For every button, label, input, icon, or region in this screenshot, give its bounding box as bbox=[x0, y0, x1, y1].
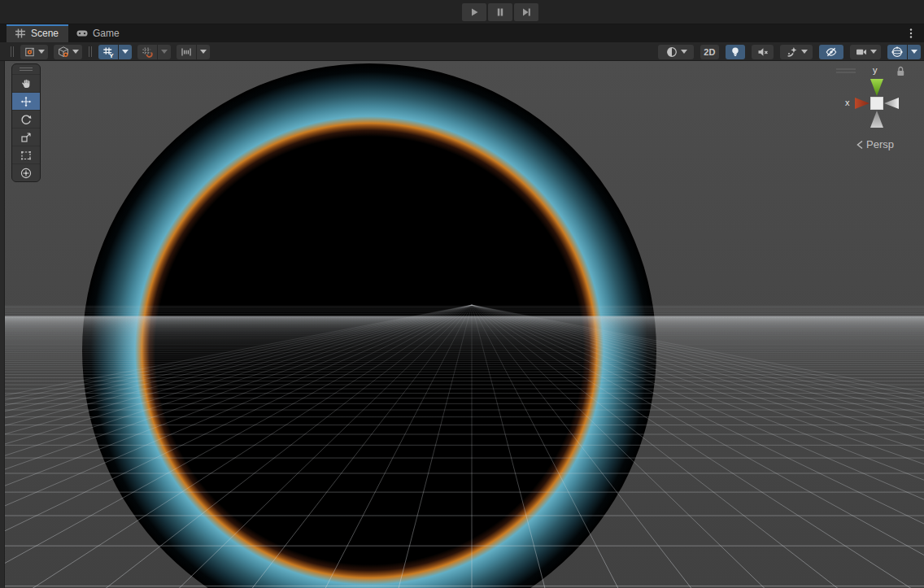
tab-game[interactable]: Game bbox=[68, 24, 129, 42]
chevron-down-icon bbox=[122, 50, 129, 54]
eye-slash-icon bbox=[825, 46, 838, 59]
tab-label: Scene bbox=[31, 28, 59, 39]
projection-toggle[interactable]: Persp bbox=[855, 138, 894, 150]
gizmos-menu-group bbox=[887, 45, 921, 59]
snap-increment[interactable] bbox=[177, 45, 196, 59]
chevron-down-icon bbox=[161, 50, 168, 54]
audio-muted-icon bbox=[756, 46, 769, 59]
tab-label: Game bbox=[93, 28, 120, 39]
svg-text:Y: Y bbox=[109, 51, 114, 58]
tools-overlay bbox=[11, 63, 41, 182]
rotate-icon bbox=[20, 113, 33, 126]
transform-tool[interactable] bbox=[12, 163, 40, 181]
tool-handle-rotation-dropdown[interactable] bbox=[54, 45, 82, 59]
gizmo-center-cube[interactable] bbox=[871, 98, 883, 110]
overlay-drag-handle[interactable] bbox=[12, 64, 40, 74]
unity-editor-window: { "playbar": { "buttons": [ { "name": "p… bbox=[0, 0, 924, 588]
step-icon bbox=[520, 6, 533, 19]
play-button[interactable] bbox=[462, 3, 486, 21]
scene-viewport[interactable] bbox=[0, 61, 924, 588]
toolbar-separator bbox=[89, 46, 92, 57]
gizmos-menu[interactable] bbox=[887, 45, 907, 59]
gizmo-bottom-axis-cone[interactable] bbox=[870, 111, 883, 128]
gizmo-sphere-icon bbox=[891, 46, 904, 59]
toolbar-separator bbox=[11, 46, 14, 57]
rect-icon bbox=[20, 149, 33, 162]
grid-snapping-group bbox=[137, 45, 171, 59]
audio-mute-toggle[interactable] bbox=[752, 45, 774, 59]
black-hole-sphere-object[interactable] bbox=[82, 63, 656, 588]
grid-snap-icon bbox=[141, 46, 154, 59]
pause-button[interactable] bbox=[488, 3, 512, 21]
camera-icon bbox=[855, 46, 868, 59]
gizmo-lock-icon[interactable] bbox=[897, 68, 904, 76]
scene-lighting-toggle[interactable] bbox=[726, 45, 745, 59]
hand-icon bbox=[20, 77, 33, 90]
move-tool[interactable] bbox=[12, 92, 40, 110]
view-tool[interactable] bbox=[12, 74, 40, 92]
step-button[interactable] bbox=[514, 3, 538, 21]
gizmo-x-label: x bbox=[845, 98, 850, 107]
2d-view-toggle[interactable]: 2D bbox=[700, 45, 719, 59]
gizmo-x-axis-cone[interactable] bbox=[855, 98, 870, 109]
draw-mode-dropdown[interactable] bbox=[658, 45, 694, 59]
play-mode-bar bbox=[0, 0, 924, 24]
effects-menu-dropdown[interactable] bbox=[780, 45, 813, 59]
chevron-left-icon bbox=[855, 139, 865, 150]
tool-handle-position-dropdown[interactable] bbox=[20, 45, 48, 59]
tool-handle-icon bbox=[24, 46, 36, 59]
scene-visibility-toggle[interactable] bbox=[819, 45, 843, 59]
grid-snapping-dropdown[interactable] bbox=[158, 45, 171, 59]
tab-scene[interactable]: Scene bbox=[7, 24, 68, 42]
button-label: 2D bbox=[704, 47, 716, 57]
chevron-down-icon bbox=[200, 50, 207, 54]
gizmo-right-axis-cone[interactable] bbox=[884, 98, 899, 109]
rect-tool[interactable] bbox=[12, 146, 40, 163]
camera-settings-dropdown[interactable] bbox=[850, 45, 881, 59]
adjacent-panel-edge bbox=[0, 61, 5, 588]
tab-bar: SceneGame bbox=[0, 24, 924, 42]
grid-visibility[interactable]: Y bbox=[98, 45, 118, 59]
pause-icon bbox=[494, 6, 507, 19]
rotate-tool[interactable] bbox=[12, 110, 40, 128]
chevron-down-icon bbox=[681, 50, 687, 54]
gizmo-y-axis-cone[interactable] bbox=[870, 79, 883, 96]
scene-view-toolbar: Y 2D bbox=[0, 42, 924, 61]
kebab-menu-icon bbox=[904, 27, 917, 40]
grid-visibility-dropdown[interactable] bbox=[119, 45, 132, 59]
chevron-down-icon bbox=[801, 50, 808, 54]
grid-snapping[interactable] bbox=[137, 45, 157, 59]
snap-increment-dropdown[interactable] bbox=[197, 45, 210, 59]
snap-increment-group bbox=[177, 45, 210, 59]
scale-tool[interactable] bbox=[12, 128, 40, 146]
gizmos-menu-dropdown[interactable] bbox=[908, 45, 921, 59]
move-icon bbox=[20, 95, 33, 108]
ruler-icon bbox=[180, 46, 193, 59]
gizmo-y-label: y bbox=[873, 65, 878, 75]
kebab-menu-icon[interactable] bbox=[904, 27, 917, 40]
effects-icon bbox=[786, 46, 799, 59]
light-bulb-icon bbox=[729, 46, 742, 59]
chevron-down-icon bbox=[911, 50, 917, 54]
gamepad-icon bbox=[76, 27, 89, 40]
gizmo-drag-handle[interactable] bbox=[836, 69, 856, 72]
transform-icon bbox=[20, 167, 33, 180]
scene-grid-icon bbox=[14, 27, 27, 40]
shading-sphere-icon bbox=[665, 46, 678, 59]
chevron-down-icon bbox=[870, 50, 877, 54]
play-icon bbox=[468, 6, 481, 19]
scale-icon bbox=[20, 131, 33, 144]
grid-visibility-group: Y bbox=[98, 45, 132, 59]
chevron-down-icon bbox=[72, 50, 79, 54]
chevron-down-icon bbox=[38, 50, 45, 54]
grid-y-icon: Y bbox=[102, 46, 115, 59]
pivot-cube-icon bbox=[57, 46, 70, 59]
projection-label: Persp bbox=[866, 138, 894, 150]
